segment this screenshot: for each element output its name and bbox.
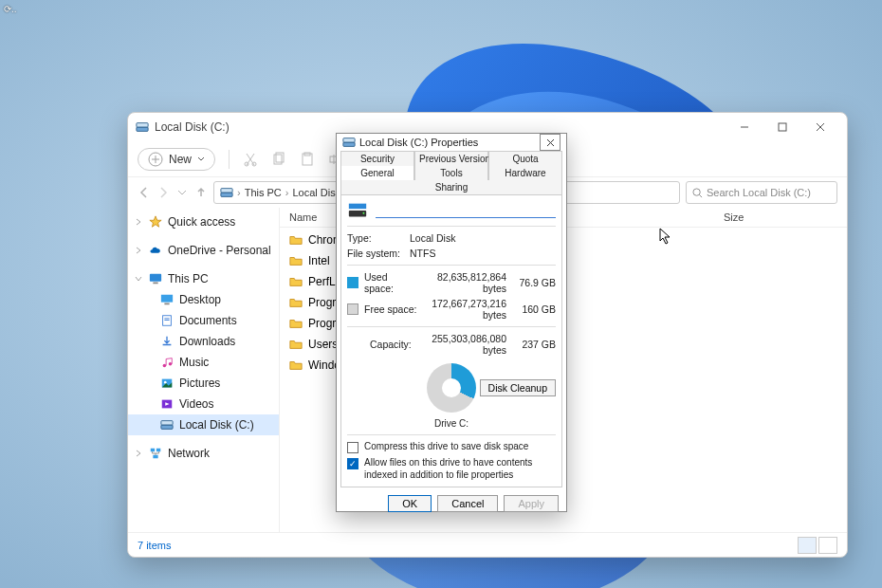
column-size[interactable]: Size	[724, 211, 837, 223]
up-button[interactable]	[194, 186, 208, 199]
tab-tools[interactable]: Tools	[414, 166, 488, 180]
folder-icon	[289, 255, 303, 266]
view-large-button[interactable]	[818, 537, 837, 554]
svg-rect-34	[164, 318, 169, 319]
folder-icon	[289, 318, 303, 329]
usage-pie-chart	[427, 363, 476, 413]
disk-cleanup-button[interactable]: Disk Cleanup	[480, 379, 556, 396]
chevron-down-icon	[134, 274, 143, 284]
documents-icon	[160, 314, 174, 327]
tab-previous-versions[interactable]: Previous Versions	[414, 151, 488, 166]
music-icon	[160, 356, 174, 369]
chevron-right-icon	[134, 217, 143, 227]
sidebar-item-music[interactable]: Music	[128, 352, 279, 373]
folder-icon	[289, 359, 303, 371]
checkbox-checked-icon[interactable]	[347, 458, 358, 469]
tab-hardware[interactable]: Hardware	[488, 166, 562, 180]
svg-point-36	[163, 364, 167, 368]
back-button[interactable]	[138, 186, 151, 199]
drive-name-field[interactable]	[376, 203, 556, 218]
tab-sharing[interactable]: Sharing	[340, 180, 562, 194]
status-text: 7 items	[138, 540, 171, 551]
type-value: Local Disk	[410, 232, 455, 244]
dialog-close-button[interactable]	[540, 134, 560, 151]
cut-icon[interactable]	[243, 152, 258, 167]
desktop-shortcut[interactable]: ⟳..	[4, 4, 17, 14]
svg-point-52	[363, 212, 365, 214]
pie-label: Drive C:	[347, 418, 556, 429]
svg-rect-31	[161, 295, 173, 303]
videos-icon	[160, 397, 174, 411]
properties-dialog: Local Disk (C:) Properties Security Prev…	[336, 133, 567, 512]
ok-button[interactable]: OK	[388, 495, 432, 512]
chevron-down-icon	[197, 156, 205, 163]
checkbox-unchecked-icon[interactable]	[347, 442, 358, 453]
cloud-icon	[149, 244, 162, 257]
svg-rect-4	[779, 123, 786, 131]
chevron-right-icon	[134, 449, 143, 458]
dialog-title: Local Disk (C:) Properties	[359, 137, 540, 148]
sidebar-item-videos[interactable]: Videos	[128, 394, 279, 414]
svg-point-11	[252, 162, 256, 166]
svg-rect-50	[349, 204, 366, 210]
drive-large-icon	[347, 201, 368, 220]
svg-rect-43	[151, 449, 155, 452]
dialog-titlebar[interactable]: Local Disk (C:) Properties	[337, 134, 566, 151]
folder-icon	[289, 276, 303, 287]
sidebar-quick-access[interactable]: Quick access	[128, 211, 279, 232]
svg-point-37	[169, 362, 173, 366]
svg-rect-45	[153, 455, 157, 459]
svg-rect-42	[161, 421, 173, 425]
drive-icon	[136, 120, 149, 134]
desktop-icon	[160, 293, 174, 306]
svg-rect-1	[137, 127, 148, 131]
recent-dropdown[interactable]	[175, 186, 189, 199]
search-placeholder: Search Local Disk (C:)	[707, 187, 811, 198]
compress-checkbox-row[interactable]: Compress this drive to save disk space	[347, 441, 556, 453]
new-button-label: New	[169, 153, 192, 166]
view-details-button[interactable]	[798, 537, 817, 554]
tab-quota[interactable]: Quota	[488, 151, 562, 166]
sidebar-item-desktop[interactable]: Desktop	[128, 289, 279, 310]
maximize-button[interactable]	[763, 114, 801, 140]
sidebar-item-pictures[interactable]: Pictures	[128, 373, 279, 394]
copy-icon[interactable]	[271, 152, 286, 167]
svg-rect-26	[221, 189, 232, 193]
index-checkbox-row[interactable]: Allow files on this drive to have conten…	[347, 457, 556, 481]
svg-rect-35	[164, 320, 169, 321]
svg-rect-29	[150, 274, 161, 282]
minimize-button[interactable]	[726, 114, 763, 140]
sidebar-thispc[interactable]: This PC	[128, 268, 279, 289]
filesystem-value: NTFS	[410, 248, 435, 259]
sidebar-item-downloads[interactable]: Downloads	[128, 331, 279, 352]
plus-icon	[148, 152, 163, 167]
mouse-cursor	[659, 228, 672, 245]
pictures-icon	[160, 377, 174, 390]
search-input[interactable]: Search Local Disk (C:)	[686, 181, 837, 204]
svg-rect-2	[137, 123, 148, 127]
tab-general[interactable]: General	[340, 166, 414, 180]
forward-button[interactable]	[156, 186, 170, 199]
sidebar-onedrive[interactable]: OneDrive - Personal	[128, 240, 279, 261]
free-space-row: Free space:172,667,273,216 bytes160 GB	[347, 298, 556, 321]
paste-icon[interactable]	[300, 152, 315, 167]
explorer-title: Local Disk (C:)	[155, 120, 230, 134]
used-space-row: Used space:82,635,812,864 bytes76.9 GB	[347, 271, 556, 294]
new-button[interactable]: New	[138, 148, 215, 171]
svg-point-10	[245, 162, 248, 166]
breadcrumb-seg[interactable]: This PC	[245, 187, 282, 198]
cancel-button[interactable]: Cancel	[437, 495, 498, 512]
close-button[interactable]	[801, 114, 839, 140]
svg-line-28	[699, 194, 702, 197]
folder-icon	[289, 297, 303, 308]
apply-button[interactable]: Apply	[504, 495, 559, 512]
free-swatch	[347, 303, 358, 315]
sidebar-item-localdisk[interactable]: Local Disk (C:)	[128, 414, 279, 435]
network-icon	[149, 447, 162, 460]
drive-icon	[342, 136, 356, 149]
svg-rect-30	[153, 283, 157, 285]
svg-rect-47	[343, 138, 355, 142]
sidebar-item-documents[interactable]: Documents	[128, 310, 279, 331]
tab-security[interactable]: Security	[340, 151, 414, 166]
sidebar-network[interactable]: Network	[128, 443, 279, 464]
